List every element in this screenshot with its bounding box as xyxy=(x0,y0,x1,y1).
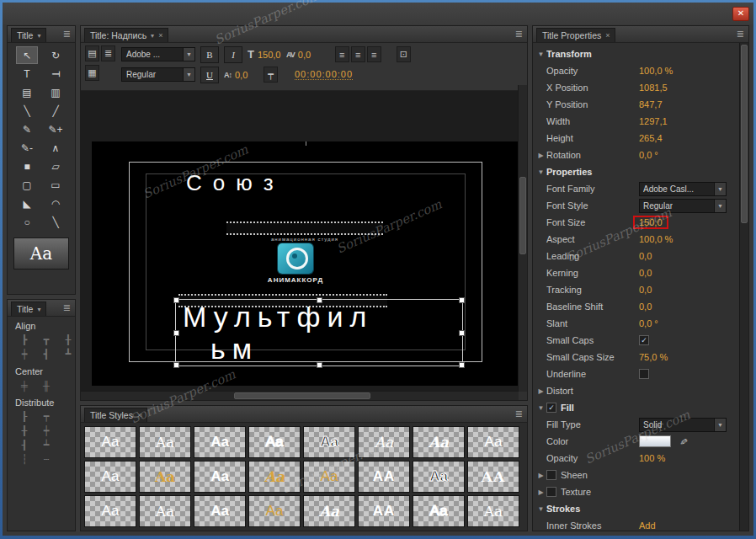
distribute-horizontal-right-icon[interactable]: ┨ xyxy=(18,440,31,451)
area-type-tool[interactable]: ▤ xyxy=(16,83,38,101)
property-value[interactable]: 1081,5 xyxy=(639,83,668,93)
checkbox[interactable] xyxy=(546,487,556,497)
style-swatch[interactable]: Aa xyxy=(303,426,355,458)
twisty-icon[interactable]: ▶ xyxy=(535,152,546,159)
paragraph-align-right-icon[interactable]: ≡ xyxy=(367,46,381,62)
panel-menu-icon[interactable]: ≣ xyxy=(515,29,524,40)
panel-menu-icon[interactable]: ≣ xyxy=(63,29,72,40)
style-swatch[interactable]: Aa xyxy=(248,461,301,493)
tab-close-icon[interactable]: × xyxy=(158,31,162,40)
tools-panel-tab[interactable]: Title ▾ xyxy=(11,28,46,42)
align-vertical-bottom-icon[interactable]: ┻ xyxy=(61,349,75,360)
style-swatch[interactable]: Aa xyxy=(139,426,191,458)
style-swatch[interactable]: Aa xyxy=(303,461,355,493)
property-value[interactable]: 0,0 ° xyxy=(639,150,658,160)
kerning-value[interactable]: 0,0 xyxy=(298,50,322,60)
distribute-horizontal-left-icon[interactable]: ┠ xyxy=(18,411,31,422)
panel-menu-icon[interactable]: ≣ xyxy=(63,302,72,313)
line-tool[interactable]: ╲ xyxy=(45,213,67,231)
group-properties[interactable]: ▼ Properties ▼ xyxy=(535,163,738,180)
prop-tracking[interactable]: Tracking 0,0 0,0 ▼ ✎ xyxy=(535,281,738,298)
property-dropdown[interactable]: Solid ▼ xyxy=(639,418,727,432)
style-swatch[interactable]: Aa xyxy=(194,461,246,493)
canvas-horizontal-scrollbar[interactable] xyxy=(81,391,519,400)
prop-aspect[interactable]: Aspect 100,0 % 100,0 % ▼ ✎ xyxy=(535,231,738,248)
style-swatch[interactable]: AA xyxy=(467,461,519,493)
style-swatch[interactable]: Aa xyxy=(248,495,301,527)
selection-handle[interactable] xyxy=(459,362,465,368)
style-swatch[interactable]: Aa xyxy=(194,426,246,458)
style-swatch[interactable]: Aa xyxy=(358,426,410,458)
delete-anchor-point-tool[interactable]: ✎- xyxy=(16,139,38,157)
style-swatch[interactable]: Aa xyxy=(84,461,136,493)
title-text-soyuz[interactable]: Союз xyxy=(186,170,285,196)
prop-font-family[interactable]: Font Family Adobe Casl... Adobe Casl... … xyxy=(535,180,738,197)
panel-menu-icon[interactable]: ≣ xyxy=(737,29,745,40)
align-vertical-top-icon[interactable]: ┳ xyxy=(40,334,53,345)
twisty-icon[interactable]: ▶ xyxy=(535,472,546,479)
scrollbar-thumb[interactable] xyxy=(741,45,748,223)
property-value[interactable]: 150,0 xyxy=(633,216,668,229)
property-value[interactable]: 0,0 ° xyxy=(639,318,658,328)
style-swatch[interactable]: AA xyxy=(358,495,410,527)
font-size-control[interactable]: T 150,0 xyxy=(248,48,281,61)
property-value[interactable]: 0,0 xyxy=(639,285,652,295)
style-swatch[interactable]: Aa xyxy=(248,426,301,458)
distribute-vertical-bottom-icon[interactable]: ┷ xyxy=(40,440,53,451)
twisty-icon[interactable]: ▼ xyxy=(535,51,546,58)
style-swatch[interactable]: Aa xyxy=(413,495,465,527)
property-dropdown[interactable]: Regular ▼ xyxy=(639,199,727,213)
style-swatch[interactable]: Aa xyxy=(84,495,136,527)
tab-close-icon[interactable]: × xyxy=(605,31,610,40)
new-title-icon[interactable]: ▤ xyxy=(85,45,99,61)
property-value[interactable]: 265,4 xyxy=(639,133,663,143)
distribute-vertical-top-icon[interactable]: ┯ xyxy=(40,411,53,422)
underline-button[interactable]: U xyxy=(200,67,219,83)
align-panel-tab[interactable]: Title ▾ xyxy=(11,302,46,316)
font-size-value[interactable]: 150,0 xyxy=(258,50,281,60)
center-horizontal-icon[interactable]: ╪ xyxy=(18,380,31,391)
canvas-vertical-scrollbar[interactable] xyxy=(518,85,527,392)
property-value[interactable]: 1297,1 xyxy=(639,116,668,126)
property-value[interactable]: 0,0 xyxy=(639,302,652,312)
tab-close-icon[interactable]: × xyxy=(137,411,141,419)
prop-small-caps-size[interactable]: Small Caps Size 75,0 % 75,0 % ▼ xyxy=(535,349,738,366)
group-texture[interactable]: ▶ Texture ▼ xyxy=(535,483,738,500)
property-value[interactable]: 100,0 % xyxy=(639,234,673,244)
checkbox[interactable]: ✓ xyxy=(639,335,649,345)
group-distort[interactable]: ▶ Distort ▼ xyxy=(535,382,738,399)
align-horizontal-right-icon[interactable]: ┫ xyxy=(40,349,53,360)
rotation-tool[interactable]: ↻ xyxy=(45,46,67,64)
distribute-vertical-even-icon[interactable]: ┄ xyxy=(40,454,53,465)
property-value[interactable]: 0,0 xyxy=(639,268,652,278)
prop-leading[interactable]: Leading 0,0 0,0 ▼ ✎ xyxy=(535,248,738,264)
vertical-path-type-tool[interactable]: ╱ xyxy=(45,102,67,120)
twisty-icon[interactable]: ▼ xyxy=(535,168,546,176)
styles-tab[interactable]: Title Styles × xyxy=(84,408,147,422)
title-canvas[interactable]: Союз анимационная студия АНИМАККОРД xyxy=(81,91,519,392)
show-background-video-icon[interactable]: ⊡ xyxy=(397,46,411,62)
style-swatch[interactable]: Aa xyxy=(413,426,465,458)
vertical-area-type-tool[interactable]: ▥ xyxy=(45,83,67,101)
style-swatch[interactable]: Aa xyxy=(413,461,465,493)
leading-value[interactable]: 0,0 xyxy=(235,70,258,80)
title-text-multfilm-line1[interactable]: Мультфил xyxy=(183,301,373,334)
roll-crawl-options-icon[interactable]: ≣ xyxy=(101,45,115,61)
wedge-tool[interactable]: ◣ xyxy=(16,195,38,212)
group-sheen[interactable]: ▶ Sheen ▼ xyxy=(535,467,738,483)
style-swatch[interactable]: Aa xyxy=(194,495,246,527)
prop-inner-strokes[interactable]: Inner Strokes Add Add ▼ ✎ xyxy=(535,517,738,531)
prop-x-position[interactable]: X Position 1081,5 1081,5 ▼ ✎ xyxy=(535,79,738,96)
eyedropper-icon[interactable]: ✎ xyxy=(677,436,689,446)
selection-handle[interactable] xyxy=(173,297,179,303)
property-value[interactable]: 847,7 xyxy=(639,99,663,109)
prop-opacity[interactable]: Opacity 100,0 % 100,0 % ▼ ✎ xyxy=(535,62,738,79)
selection-tool[interactable]: ↖ xyxy=(16,46,38,64)
prop-fill-opacity[interactable]: Opacity 100 % 100 % ▼ ✎ xyxy=(535,450,738,467)
prop-width[interactable]: Width 1297,1 1297,1 ▼ ✎ xyxy=(535,113,738,130)
designer-tab[interactable]: Title: Надпись ▾ × xyxy=(84,28,168,42)
convert-anchor-point-tool[interactable]: ∧ xyxy=(45,139,67,157)
prop-fill-type[interactable]: Fill Type Solid Solid ▼ ✎ xyxy=(535,416,738,433)
scrollbar-thumb[interactable] xyxy=(519,177,526,254)
add-anchor-point-tool[interactable]: ✎+ xyxy=(45,120,67,138)
